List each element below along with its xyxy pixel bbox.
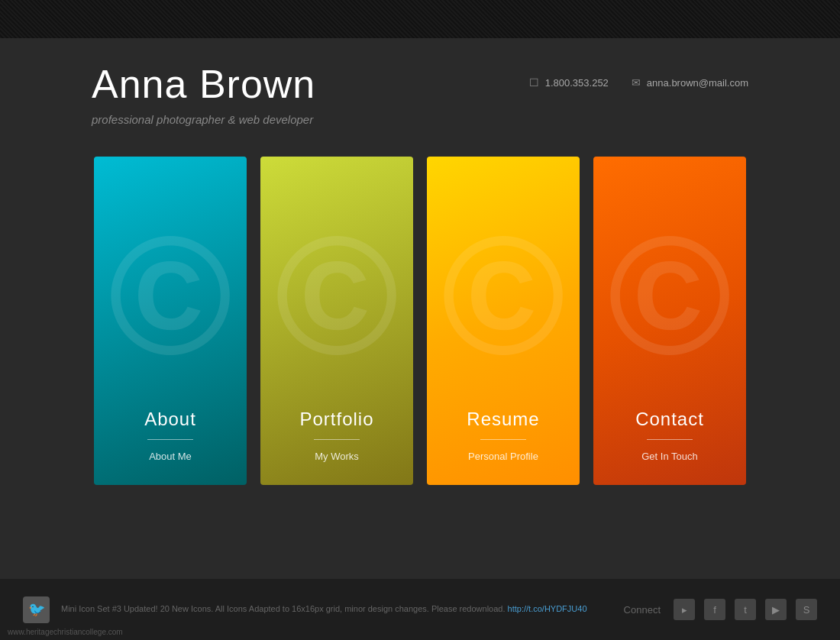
social-youtube-icon[interactable]: ▶	[765, 599, 787, 620]
card-portfolio-bottom: Portfolio My Works	[260, 397, 413, 485]
card-about-bottom: About About Me	[94, 397, 247, 485]
card-portfolio-symbol: ©	[275, 212, 399, 380]
cards-grid: © About About Me © Portfolio My Works © …	[92, 157, 748, 485]
card-resume-subtitle: Personal Profile	[427, 451, 580, 462]
card-portfolio-divider	[314, 439, 360, 440]
email-contact: ✉ anna.brown@mail.com	[632, 76, 748, 89]
footer-connect: Connect ▸ f t ▶ S	[624, 599, 817, 620]
social-skype-icon[interactable]: S	[796, 599, 817, 620]
card-contact-subtitle: Get In Touch	[593, 451, 746, 462]
card-portfolio-subtitle: My Works	[260, 451, 413, 462]
header: Anna Brown professional photographer & w…	[92, 61, 748, 126]
card-contact-title: Contact	[593, 409, 746, 430]
card-contact-divider	[647, 439, 693, 440]
card-about-subtitle: About Me	[94, 451, 247, 462]
phone-number: 1.800.353.252	[545, 77, 609, 89]
footer: 🐦 Mini Icon Set #3 Updated! 20 New Icons…	[0, 579, 840, 640]
header-left: Anna Brown professional photographer & w…	[92, 61, 315, 126]
email-icon: ✉	[632, 76, 641, 89]
card-contact-bottom: Contact Get In Touch	[593, 397, 746, 485]
card-contact[interactable]: © Contact Get In Touch	[593, 157, 746, 485]
footer-tweet-text: Mini Icon Set #3 Updated! 20 New Icons. …	[61, 604, 506, 613]
footer-website: www.heritagechristiancollege.com	[8, 628, 123, 636]
footer-link[interactable]: http://t.co/HYDFJU40	[508, 604, 587, 613]
footer-twitter-icon: 🐦	[23, 596, 50, 623]
social-rss-icon[interactable]: ▸	[674, 599, 695, 620]
card-about-symbol: ©	[108, 212, 232, 380]
card-resume-divider	[480, 439, 526, 440]
card-portfolio[interactable]: © Portfolio My Works	[260, 157, 413, 485]
card-about[interactable]: © About About Me	[94, 157, 247, 485]
card-portfolio-title: Portfolio	[260, 409, 413, 430]
phone-contact: ☐ 1.800.353.252	[529, 76, 609, 89]
social-facebook-icon[interactable]: f	[704, 599, 725, 620]
email-address: anna.brown@mail.com	[647, 77, 748, 89]
top-bar	[0, 0, 840, 38]
card-about-title: About	[94, 409, 247, 430]
person-name: Anna Brown	[92, 61, 315, 107]
card-resume-bottom: Resume Personal Profile	[427, 397, 580, 485]
connect-label: Connect	[624, 604, 661, 616]
footer-text: Mini Icon Set #3 Updated! 20 New Icons. …	[61, 603, 624, 616]
card-resume-symbol: ©	[441, 212, 565, 380]
main-content: Anna Brown professional photographer & w…	[0, 38, 840, 508]
card-about-divider	[147, 439, 193, 440]
phone-icon: ☐	[529, 76, 539, 89]
social-twitter-icon[interactable]: t	[735, 599, 756, 620]
card-resume-title: Resume	[427, 409, 580, 430]
card-contact-symbol: ©	[608, 212, 732, 380]
header-right: ☐ 1.800.353.252 ✉ anna.brown@mail.com	[529, 76, 748, 89]
person-subtitle: professional photographer & web develope…	[92, 113, 315, 126]
card-resume[interactable]: © Resume Personal Profile	[427, 157, 580, 485]
